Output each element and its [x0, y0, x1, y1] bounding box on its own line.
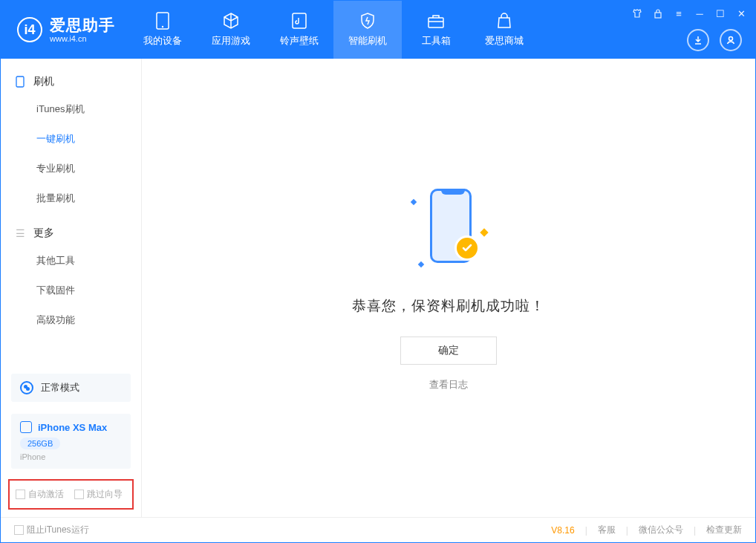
sidebar-item-other-tools[interactable]: 其他工具 — [1, 246, 141, 276]
mode-icon — [20, 381, 33, 394]
shield-icon — [357, 12, 378, 30]
device-type: iPhone — [20, 452, 122, 461]
sidebar-item-pro-flash[interactable]: 专业刷机 — [1, 154, 141, 183]
sidebar-item-oneclick-flash[interactable]: 一键刷机 — [1, 124, 141, 154]
checkbox-auto-activate[interactable]: 自动激活 — [16, 488, 64, 501]
footer: 阻止iTunes运行 V8.16 | 客服 | 微信公众号 | 检查更新 — [1, 517, 755, 542]
cube-icon — [221, 12, 241, 30]
device-capacity: 256GB — [20, 438, 60, 449]
device-name-row: iPhone XS Max — [20, 421, 122, 433]
app-window: i4 爱思助手 www.i4.cn 我的设备 应用游戏 铃声壁纸 智能刷机 — [0, 0, 756, 543]
svg-rect-6 — [16, 77, 24, 87]
sidebar-item-itunes-flash[interactable]: iTunes刷机 — [1, 94, 141, 124]
device-icon — [152, 12, 173, 30]
music-file-icon — [289, 12, 310, 30]
ok-button[interactable]: 确定 — [400, 336, 497, 365]
options-highlight-box: 自动激活 跳过向导 — [8, 479, 134, 510]
close-button[interactable]: ✕ — [734, 7, 748, 20]
footer-right: V8.16 | 客服 | 微信公众号 | 检查更新 — [551, 524, 742, 536]
nav-apps-games[interactable]: 应用游戏 — [197, 1, 265, 59]
header: i4 爱思助手 www.i4.cn 我的设备 应用游戏 铃声壁纸 智能刷机 — [1, 1, 755, 59]
window-controls: ≡ ─ ☐ ✕ — [630, 7, 748, 20]
download-button[interactable] — [687, 29, 709, 51]
nav-store[interactable]: 爱思商城 — [470, 1, 538, 59]
user-button[interactable] — [720, 29, 742, 51]
footer-link-support[interactable]: 客服 — [598, 524, 616, 536]
footer-link-update[interactable]: 检查更新 — [706, 524, 742, 536]
list-icon: ☰ — [14, 227, 26, 239]
mode-box[interactable]: 正常模式 — [11, 374, 131, 402]
device-box[interactable]: iPhone XS Max 256GB iPhone — [11, 414, 131, 469]
nav-label: 应用游戏 — [212, 34, 250, 48]
device-icon — [20, 421, 32, 433]
section-title: 刷机 — [33, 75, 54, 88]
menu-icon[interactable]: ≡ — [672, 7, 685, 20]
success-illustration — [404, 185, 493, 274]
nav-my-device[interactable]: 我的设备 — [128, 1, 197, 59]
footer-link-wechat[interactable]: 微信公众号 — [639, 524, 683, 536]
svg-rect-2 — [293, 13, 306, 28]
body: 刷机 iTunes刷机 一键刷机 专业刷机 批量刷机 ☰ 更多 其他工具 下载固… — [1, 59, 755, 517]
sidebar-item-batch-flash[interactable]: 批量刷机 — [1, 183, 141, 213]
svg-rect-4 — [655, 13, 661, 18]
nav-smart-flash[interactable]: 智能刷机 — [333, 1, 402, 59]
sidebar: 刷机 iTunes刷机 一键刷机 专业刷机 批量刷机 ☰ 更多 其他工具 下载固… — [1, 59, 142, 517]
checkbox-block-itunes[interactable]: 阻止iTunes运行 — [14, 524, 89, 536]
phone-icon — [14, 76, 26, 88]
svg-rect-3 — [428, 18, 443, 27]
app-title: 爱思助手 — [50, 16, 115, 33]
device-name: iPhone XS Max — [38, 422, 107, 433]
nav-label: 铃声壁纸 — [280, 34, 319, 48]
sidebar-section-flash: 刷机 — [1, 69, 141, 94]
sidebar-section-more: ☰ 更多 — [1, 221, 141, 246]
minimize-button[interactable]: ─ — [693, 7, 706, 20]
svg-point-1 — [162, 26, 163, 27]
sidebar-item-advanced[interactable]: 高级功能 — [1, 305, 141, 335]
app-subtitle: www.i4.cn — [50, 34, 115, 43]
shirt-icon[interactable] — [630, 7, 644, 20]
lock-icon[interactable] — [651, 7, 665, 20]
nav: 我的设备 应用游戏 铃声壁纸 智能刷机 工具箱 爱思商城 — [128, 1, 538, 59]
sidebar-item-download-firmware[interactable]: 下载固件 — [1, 276, 141, 305]
nav-label: 工具箱 — [422, 34, 451, 48]
logo-icon: i4 — [17, 17, 42, 42]
nav-label: 智能刷机 — [348, 34, 387, 48]
check-badge-icon — [454, 235, 480, 261]
mode-label: 正常模式 — [41, 381, 79, 394]
view-log-link[interactable]: 查看日志 — [429, 378, 468, 391]
toolbox-icon — [426, 12, 446, 30]
logo-area: i4 爱思助手 www.i4.cn — [1, 1, 128, 59]
nav-toolbox[interactable]: 工具箱 — [402, 1, 470, 59]
maximize-button[interactable]: ☐ — [714, 7, 727, 20]
version-label: V8.16 — [551, 525, 574, 536]
section-title: 更多 — [33, 227, 54, 240]
success-message: 恭喜您，保资料刷机成功啦！ — [352, 296, 545, 316]
nav-label: 我的设备 — [143, 34, 182, 48]
logo-text: 爱思助手 www.i4.cn — [50, 16, 115, 42]
nav-ringtones[interactable]: 铃声壁纸 — [265, 1, 333, 59]
main-content: 恭喜您，保资料刷机成功啦！ 确定 查看日志 — [142, 59, 755, 517]
checkbox-skip-guide[interactable]: 跳过向导 — [74, 488, 123, 501]
svg-point-5 — [729, 37, 733, 41]
nav-label: 爱思商城 — [485, 34, 524, 48]
header-round-buttons — [687, 29, 742, 51]
bag-icon — [494, 12, 515, 30]
